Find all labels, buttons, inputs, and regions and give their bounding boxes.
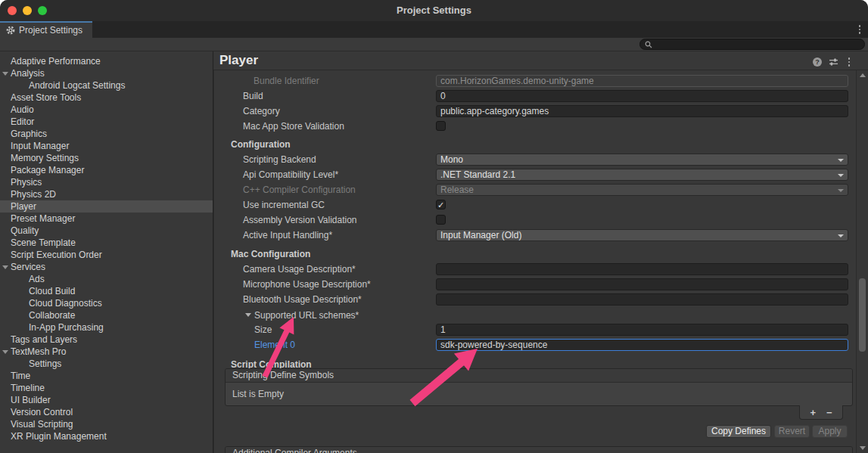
- field-row-build: Build 0: [214, 90, 856, 104]
- sidebar-item-timeline[interactable]: Timeline: [0, 382, 213, 394]
- sidebar-item-label: Timeline: [11, 383, 45, 393]
- sidebar-item-label: UI Builder: [11, 395, 51, 405]
- search-input[interactable]: [655, 40, 860, 49]
- sidebar-item-physics[interactable]: Physics: [0, 176, 213, 188]
- sidebar-item-label: Tags and Layers: [11, 334, 77, 345]
- copy-defines-button[interactable]: Copy Defines: [706, 425, 771, 438]
- sidebar-item-label: Physics: [11, 177, 42, 188]
- sidebar-item-physics-2d[interactable]: Physics 2D: [0, 188, 213, 200]
- microphone-usage-input[interactable]: [436, 278, 848, 290]
- sidebar-item-package-manager[interactable]: Package Manager: [0, 164, 213, 176]
- field-row-cpp-compiler: C++ Compiler Configuration Release: [214, 184, 856, 197]
- tab-menu-icon[interactable]: [856, 24, 863, 35]
- field-row-active-input: Active Input Handling* Input Manager (Ol…: [214, 229, 856, 243]
- field-label: Use incremental GC: [243, 200, 325, 210]
- field-label: Mac App Store Validation: [243, 121, 344, 132]
- selected-value: Release: [440, 185, 474, 195]
- foldout-supported-url-schemes[interactable]: Supported URL schemes*: [214, 309, 856, 323]
- foldout-open-icon[interactable]: [2, 350, 8, 354]
- scripting-backend-select[interactable]: Mono: [436, 154, 848, 166]
- sidebar-item-adaptive-performance[interactable]: Adaptive Performance: [0, 55, 213, 67]
- field-label: Element 0: [254, 340, 295, 350]
- define-symbols-header[interactable]: Scripting Define Symbols: [226, 369, 852, 383]
- sidebar-item-cloud-diagnostics[interactable]: Cloud Diagnostics: [0, 297, 213, 309]
- body-area: Adaptive PerformanceAnalysisAndroid Logc…: [0, 51, 868, 453]
- sidebar-item-xr-plugin-management[interactable]: XR Plugin Management: [0, 430, 213, 442]
- mac-app-store-validation-checkbox[interactable]: [436, 121, 446, 131]
- sidebar-item-textmesh-pro[interactable]: TextMesh Pro: [0, 346, 213, 358]
- sidebar-item-input-manager[interactable]: Input Manager: [0, 140, 213, 152]
- panel-header: Player ?: [213, 51, 868, 70]
- url-scheme-element-0-input[interactable]: sdk-powered-by-sequence: [436, 339, 848, 351]
- sidebar-item-cloud-build[interactable]: Cloud Build: [0, 285, 213, 297]
- gear-icon: [6, 26, 15, 35]
- active-input-handling-select[interactable]: Input Manager (Old): [436, 229, 848, 241]
- field-row-api-compatibility: Api Compatibility Level* .NET Standard 2…: [214, 169, 856, 182]
- sidebar-item-player[interactable]: Player: [0, 200, 213, 213]
- sidebar-item-label: Time: [11, 371, 30, 381]
- sidebar-item-preset-manager[interactable]: Preset Manager: [0, 213, 213, 225]
- scroll-up-icon[interactable]: [860, 73, 866, 77]
- sidebar-item-asset-store-tools[interactable]: Asset Store Tools: [0, 92, 213, 104]
- sidebar-item-ads[interactable]: Ads: [0, 273, 213, 285]
- sidebar-item-script-execution-order[interactable]: Script Execution Order: [0, 249, 213, 261]
- sidebar-item-android-logcat-settings[interactable]: Android Logcat Settings: [0, 79, 213, 92]
- sidebar-item-version-control[interactable]: Version Control: [0, 406, 213, 418]
- bluetooth-usage-input[interactable]: [436, 293, 848, 306]
- search-box[interactable]: [639, 39, 865, 50]
- field-row-size: Size 1: [214, 324, 856, 337]
- apply-button: Apply: [812, 425, 848, 438]
- sidebar-item-editor[interactable]: Editor: [0, 116, 213, 128]
- sidebar-item-label: Version Control: [11, 407, 73, 417]
- foldout-open-icon[interactable]: [2, 265, 8, 269]
- sidebar-item-visual-scripting[interactable]: Visual Scripting: [0, 418, 213, 430]
- panel-menu-icon[interactable]: [845, 57, 853, 67]
- help-icon[interactable]: ?: [813, 57, 822, 67]
- field-row-scripting-backend: Scripting Backend Mono: [214, 154, 856, 167]
- sidebar-item-services[interactable]: Services: [0, 261, 213, 273]
- remove-button[interactable]: −: [826, 407, 832, 418]
- scrollbar-thumb[interactable]: [859, 278, 866, 352]
- sidebar-item-label: Services: [11, 262, 45, 272]
- add-button[interactable]: +: [810, 407, 816, 418]
- use-incremental-gc-checkbox[interactable]: ✓: [436, 200, 446, 209]
- list-buttons-tray: + −: [799, 405, 843, 420]
- sidebar-item-label: Player: [11, 201, 36, 212]
- field-label: Bluetooth Usage Description*: [243, 294, 362, 305]
- sidebar-item-audio[interactable]: Audio: [0, 104, 213, 116]
- field-label: Active Input Handling*: [243, 230, 332, 240]
- build-input[interactable]: 0: [436, 90, 848, 102]
- sidebar-item-analysis[interactable]: Analysis: [0, 67, 213, 79]
- assembly-version-validation-checkbox[interactable]: [436, 215, 446, 225]
- sidebar-item-collaborate[interactable]: Collaborate: [0, 309, 213, 321]
- field-row-category: Category public.app-category.games: [214, 105, 856, 119]
- field-label: Size: [254, 324, 272, 335]
- sidebar-item-label: Android Logcat Settings: [29, 79, 125, 92]
- sidebar-item-memory-settings[interactable]: Memory Settings: [0, 152, 213, 164]
- toolbar: [0, 38, 868, 51]
- sidebar-item-label: Ads: [29, 273, 45, 285]
- sidebar-item-scene-template[interactable]: Scene Template: [0, 237, 213, 249]
- sidebar-item-quality[interactable]: Quality: [0, 225, 213, 237]
- additional-compiler-arguments-box: Additional Compiler Arguments: [225, 446, 853, 453]
- check-icon: ✓: [437, 200, 445, 209]
- sidebar-item-tags-and-layers[interactable]: Tags and Layers: [0, 334, 213, 346]
- category-input[interactable]: public.app-category.games: [436, 105, 848, 117]
- camera-usage-input[interactable]: [436, 263, 848, 275]
- sidebar-item-settings[interactable]: Settings: [0, 358, 213, 370]
- presets-icon[interactable]: [829, 57, 838, 67]
- scroll-down-icon[interactable]: [860, 446, 866, 450]
- tab-project-settings[interactable]: Project Settings: [0, 21, 92, 38]
- field-row-camera-usage: Camera Usage Description*: [214, 263, 856, 277]
- vertical-scrollbar[interactable]: [856, 70, 868, 453]
- sidebar-item-time[interactable]: Time: [0, 370, 213, 382]
- sidebar-item-in-app-purchasing[interactable]: In-App Purchasing: [0, 321, 213, 334]
- sidebar-item-ui-builder[interactable]: UI Builder: [0, 394, 213, 406]
- url-schemes-size-input[interactable]: 1: [436, 324, 848, 336]
- settings-content: Bundle Identifier com.HorizonGames.demo-…: [213, 70, 856, 453]
- sidebar-item-graphics[interactable]: Graphics: [0, 128, 213, 140]
- search-icon: [645, 41, 652, 48]
- sidebar-item-label: XR Plugin Management: [11, 431, 107, 442]
- api-compatibility-select[interactable]: .NET Standard 2.1: [436, 169, 848, 181]
- foldout-open-icon[interactable]: [2, 72, 8, 76]
